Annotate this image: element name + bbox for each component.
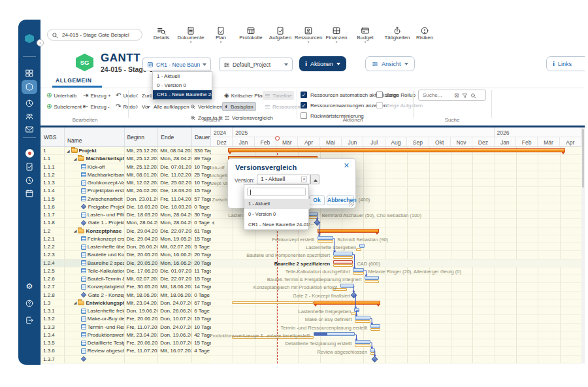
subelement-button[interactable]: ⊕Subelement <box>44 102 84 111</box>
close-icon[interactable]: ✕ <box>344 161 350 170</box>
table-row[interactable]: 1.3.3Termin -und Resso…Fre, 11.07.2025Do… <box>41 324 211 331</box>
chart-row[interactable] <box>211 324 581 331</box>
month-label[interactable]: Feb <box>255 137 276 147</box>
table-row[interactable]: 1.2.2Lastenhefte überg…Don, 26.06.2025Mi… <box>41 243 211 251</box>
task-bar[interactable] <box>333 260 353 264</box>
sidebar-logout-icon[interactable] <box>18 314 41 327</box>
table-row[interactable]: 1.2◢KonzeptphaseDie, 29.04.2025Die, 22.0… <box>41 227 211 235</box>
month-label[interactable]: Dez <box>211 137 233 147</box>
chart-row[interactable] <box>211 292 581 299</box>
magnifier-icon[interactable] <box>470 90 476 101</box>
chart-row[interactable] <box>211 315 581 323</box>
table-row[interactable]: 1.2.1Feinkonzept erstelltDie, 29.04.2025… <box>41 235 211 243</box>
expand-icon[interactable]: ◢ <box>74 157 77 161</box>
tab-allgemein[interactable]: ALLGEMEIN <box>56 77 91 84</box>
checkbox-zeige-rollup[interactable]: Zeige Rollup <box>376 92 416 98</box>
table-row[interactable]: 1.3.5Detaillierte Testpla…Fre, 20.06.202… <box>41 339 211 347</box>
month-label[interactable]: Jul <box>363 137 385 147</box>
links-button[interactable]: ⅰLinks <box>546 56 585 71</box>
dialog-version-option[interactable]: 1 - Aktuell <box>244 199 310 209</box>
expand-icon[interactable]: ◢ <box>74 301 77 305</box>
nav-item-risiken[interactable]: Risiken <box>409 24 440 51</box>
month-label[interactable]: Mär <box>538 137 559 147</box>
einzug-minus-button[interactable]: ⇤Einzug - <box>81 102 112 111</box>
chart-row[interactable] <box>211 339 581 347</box>
chart-row[interactable] <box>211 356 581 363</box>
table-row[interactable]: 1.3.2Make-or-Buy defin…Fre, 20.06.2025Do… <box>41 315 211 323</box>
summary-bar[interactable] <box>318 229 379 233</box>
column-header-dauer[interactable]: Dauer <box>192 127 211 146</box>
global-search[interactable] <box>47 29 142 41</box>
project-select[interactable]: Default_Project <box>219 58 293 71</box>
avatar[interactable] <box>18 146 41 160</box>
month-label[interactable]: Mai <box>320 137 342 147</box>
task-bar[interactable] <box>370 324 380 328</box>
table-row[interactable]: 1.1.6Freigabe ProjektplanDie, 18.03.2025… <box>41 203 211 211</box>
table-row[interactable]: 1.2.6Bauteil-Termin & F…Mit, 02.07.2025D… <box>41 275 211 283</box>
table-row[interactable]: 1.3◢EntwicklungsphaseMit, 23.04.2025Don,… <box>41 299 211 307</box>
month-label[interactable]: Nov <box>451 137 472 147</box>
unterhalb-button[interactable]: ⊕Unterhalb <box>44 91 78 100</box>
sidebar-collapse-toggle[interactable]: ‹ <box>37 39 44 46</box>
basisplan-button[interactable]: ◐Basisplan <box>222 102 256 111</box>
month-label[interactable]: Sep <box>407 137 429 147</box>
table-row[interactable]: 1.1.1Kick-offMit, 25.12.2024Die, 07.01.2… <box>41 163 211 171</box>
resize-handle[interactable] <box>349 201 354 207</box>
month-label[interactable]: Apr <box>560 137 581 147</box>
table-row[interactable]: 1.2.5Teile-Kalkulation d…Die, 17.06.2025… <box>41 267 211 275</box>
chart-row[interactable] <box>211 243 581 251</box>
sidebar-mail-icon[interactable] <box>18 123 41 136</box>
dialog-version-option[interactable]: 0 - Version 0 <box>244 209 310 220</box>
sidebar-team-icon[interactable] <box>18 110 41 123</box>
table-row[interactable]: 1.3.6Review abgeschlo…Fre, 11.07.2025Mit… <box>41 347 211 355</box>
task-bar[interactable] <box>353 268 364 272</box>
expand-icon[interactable]: ◢ <box>67 149 70 153</box>
task-bar[interactable] <box>354 308 359 312</box>
nav-item-protokolle[interactable]: Protokolle <box>235 24 267 51</box>
table-row[interactable]: 1.3.1Lastenhefte freige…Don, 19.06.2025D… <box>41 307 211 315</box>
option-filter-input[interactable] <box>247 188 306 196</box>
nav-item-budget[interactable]: Budget▾ <box>350 24 381 51</box>
column-header-wbs[interactable]: WBS <box>41 127 65 146</box>
table-row[interactable]: 1.1.7Lasten- und Pflicht…Die, 18.03.2025… <box>41 211 211 219</box>
version-option[interactable]: CR1 - Neue Baureihe 24-015 <box>153 90 212 99</box>
sidebar-help-icon[interactable] <box>18 297 41 310</box>
sidebar-gear-icon[interactable]: ⚙ <box>18 280 41 293</box>
nav-item-ressourcen[interactable]: Ressourcen▾ <box>293 24 324 51</box>
checkbox[interactable] <box>301 112 307 119</box>
checkbox[interactable]: ✓ <box>301 102 307 109</box>
sidebar-doc-check-icon[interactable] <box>18 160 41 173</box>
month-label[interactable]: Jun <box>342 137 363 147</box>
checkbox[interactable] <box>376 92 383 98</box>
nav-item-details[interactable]: Details <box>146 24 177 51</box>
month-label[interactable]: Aug <box>385 137 407 147</box>
task-bar[interactable] <box>314 332 355 336</box>
month-label[interactable]: Mär <box>276 137 298 147</box>
verkleinern-button[interactable]: Verkleinern <box>188 102 226 111</box>
month-label[interactable]: Jan <box>233 137 254 147</box>
month-label[interactable]: Dez <box>472 137 494 147</box>
table-row[interactable]: 1.2.7Konzeptabgleich …Fre, 30.05.2025Mit… <box>41 283 211 291</box>
table-row[interactable]: 1.2.3Bauteile und Kom…Die, 20.05.2025Mon… <box>41 251 211 259</box>
table-row[interactable]: 1.1.5ZwischenarbeitDon, 23.01.2025Fre, 1… <box>41 195 211 203</box>
expand-icon[interactable]: ◢ <box>74 229 77 233</box>
version-select[interactable]: CR1 - Neue Baureihe 24-0 <box>142 58 211 71</box>
chart-row[interactable] <box>211 348 581 356</box>
ribbon-search-input[interactable] <box>421 92 451 99</box>
column-header-name[interactable]: Name <box>65 127 125 146</box>
dialog-version-option[interactable]: CR1 - Neue Baureihe 24-015 <box>244 220 310 230</box>
sidebar-clock-icon[interactable] <box>18 174 41 187</box>
month-label[interactable]: Feb <box>516 137 538 147</box>
chart-row[interactable] <box>211 307 581 315</box>
aktionen-button[interactable]: ⅰAktionen <box>299 56 346 71</box>
clear-icon[interactable]: ⊠ <box>454 92 459 99</box>
nav-item-dokumente[interactable]: Dokumente▾ <box>175 24 206 51</box>
chart-scrollbar[interactable] <box>581 127 585 363</box>
einzug-plus-button[interactable]: ⇥Einzug + <box>81 91 113 100</box>
month-label[interactable]: Okt <box>429 137 451 147</box>
checkbox[interactable] <box>376 102 383 109</box>
table-row[interactable]: 1.2.4Baureihe 2 spezifiz…Die, 20.05.2025… <box>41 260 211 267</box>
task-bar[interactable] <box>318 236 333 240</box>
kritischer-pfad-button[interactable]: ◈Kritischer Pfad <box>222 91 267 100</box>
version-option[interactable]: 1 - Aktuell <box>153 72 212 81</box>
